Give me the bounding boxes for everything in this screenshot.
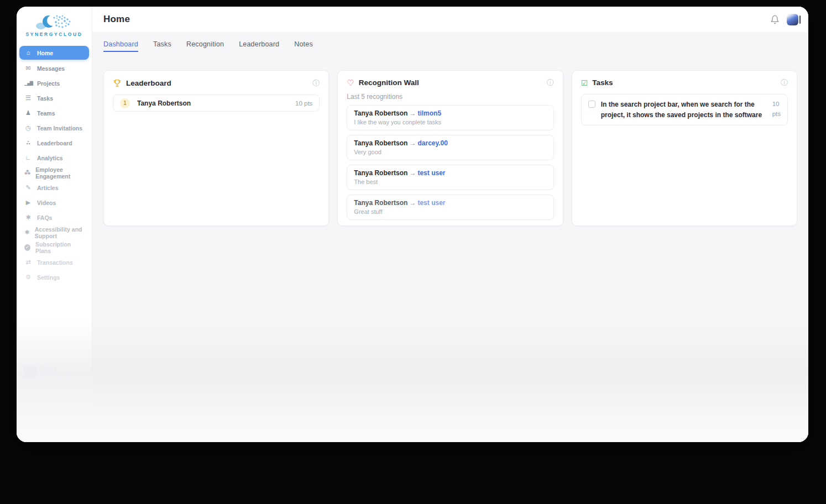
sidebar-item-videos[interactable]: ▶ Videos (17, 195, 92, 210)
tab-dashboard[interactable]: Dashboard (103, 40, 138, 52)
sidebar-item-label: Settings (37, 274, 60, 281)
recognition-message: Very good (354, 149, 546, 155)
task-text: In the search project bar, when we searc… (601, 99, 767, 120)
recognition-message: Great stuff (354, 208, 546, 215)
logo-text: SYNERGYCLOUD (20, 32, 88, 37)
recognition-entry: Tanya Robertson→test user The best (347, 165, 553, 190)
sidebar-item-subscription-plans[interactable]: ✓ Subscription Plans (17, 240, 92, 255)
profile-avatar (23, 365, 36, 378)
sidebar-item-articles[interactable]: ✎ Articles (17, 180, 92, 195)
recognition-entry: Tanya Robertson→darcey.00 Very good (347, 135, 553, 160)
sidebar-item-label: Transactions (37, 259, 73, 266)
dashboard-content: Leaderboard ⓘ 1 Tanya Robertson 10 pts ♡… (92, 60, 808, 442)
cloud-logo-icon (33, 12, 75, 31)
main-area: Home Dashboard Tasks Recognition Leaderb… (92, 7, 808, 442)
leaderboard-card: Leaderboard ⓘ 1 Tanya Robertson 10 pts (103, 70, 329, 226)
sidebar-item-transactions[interactable]: ⇄ Transactions (17, 255, 92, 270)
sidebar-profile[interactable]: Tanya Robertson ⇥ (23, 365, 87, 378)
sidebar-item-settings[interactable]: ⚙ Settings (17, 270, 92, 285)
profile-name: Tanya Robertson (41, 365, 77, 377)
sidebar-item-employee-engagement[interactable]: ⁂ Employee Engagement (17, 165, 92, 180)
home-icon: ⌂ (24, 50, 32, 56)
recognition-to-link[interactable]: tilmon5 (417, 109, 441, 117)
sidebar-item-label: Home (37, 50, 53, 56)
people-icon: ♟ (24, 110, 32, 116)
sidebar-item-teams[interactable]: ♟ Teams (17, 106, 92, 120)
info-icon[interactable]: ⓘ (312, 80, 320, 87)
recognition-from: Tanya Robertson (354, 169, 407, 177)
chat-icon: ✉ (24, 65, 32, 71)
sidebar-item-label: Projects (37, 80, 60, 87)
accessibility-icon: ✱ (24, 229, 30, 235)
recognition-message: I like the way you conplete tasks (354, 119, 546, 125)
engagement-icon: ⁂ (24, 170, 30, 176)
sidebar: SYNERGYCLOUD ⌂ Home ✉ Messages ▁▄▇ Proje… (17, 7, 92, 442)
logo: SYNERGYCLOUD (17, 7, 92, 44)
analytics-icon: ∟ (24, 155, 32, 161)
podium-icon: ∴ (24, 140, 32, 146)
sidebar-item-label: Accessibility and Support (35, 226, 84, 239)
sidebar-item-label: Teams (37, 110, 55, 117)
check-square-icon: ☑ (581, 79, 588, 87)
recognition-wall-card: ♡ Recognition Wall ⓘ Last 5 recognitions… (337, 70, 563, 226)
card-title: Recognition Wall (359, 78, 419, 87)
sidebar-item-label: Messages (37, 65, 65, 72)
info-icon[interactable]: ⓘ (547, 79, 554, 86)
sidebar-item-analytics[interactable]: ∟ Analytics (17, 150, 92, 165)
sidebar-item-label: Employee Engagement (35, 166, 84, 180)
list-icon: ☰ (24, 95, 32, 101)
recognition-from: Tanya Robertson (354, 199, 407, 207)
sidebar-item-messages[interactable]: ✉ Messages (17, 61, 92, 76)
arrow-icon: → (407, 169, 417, 177)
recognition-from: Tanya Robertson (354, 109, 407, 117)
sidebar-nav: ⌂ Home ✉ Messages ▁▄▇ Projects ☰ Tasks ♟… (17, 46, 92, 285)
tab-leaderboard[interactable]: Leaderboard (239, 40, 279, 52)
sidebar-item-label: Videos (37, 200, 56, 206)
task-checkbox[interactable] (588, 101, 595, 108)
sidebar-item-team-invitations[interactable]: ◷ Team Invitations (17, 120, 92, 135)
sidebar-item-label: Leaderboard (37, 140, 72, 146)
top-header: Home (92, 7, 808, 32)
video-icon: ▶ (24, 200, 32, 206)
tab-recognition[interactable]: Recognition (186, 40, 224, 52)
tab-tasks[interactable]: Tasks (153, 40, 171, 52)
recognition-to-link[interactable]: test user (417, 169, 445, 177)
tasks-card: ☑ Tasks ⓘ In the search project bar, whe… (572, 70, 797, 226)
sidebar-item-label: Tasks (37, 95, 53, 102)
user-avatar[interactable] (787, 14, 798, 25)
subscription-icon: ✓ (24, 244, 30, 251)
recognition-to-link[interactable]: test user (417, 199, 445, 207)
invitation-icon: ◷ (24, 125, 32, 131)
leaderboard-row: 1 Tanya Robertson 10 pts (113, 95, 320, 112)
recognition-subtitle: Last 5 recognitions (347, 93, 553, 101)
trophy-icon (113, 78, 122, 87)
app-window: SYNERGYCLOUD ⌂ Home ✉ Messages ▁▄▇ Proje… (17, 7, 808, 442)
transactions-icon: ⇄ (24, 259, 32, 265)
sidebar-item-home[interactable]: ⌂ Home (19, 46, 89, 60)
sidebar-item-projects[interactable]: ▁▄▇ Projects (17, 76, 92, 91)
sidebar-item-leaderboard[interactable]: ∴ Leaderboard (17, 135, 92, 150)
sidebar-item-tasks[interactable]: ☰ Tasks (17, 91, 92, 106)
pen-icon: ✎ (24, 185, 32, 191)
sidebar-item-accessibility-support[interactable]: ✱ Accessibility and Support (17, 225, 92, 240)
sidebar-item-label: Team Invitations (37, 125, 82, 132)
sign-out-icon[interactable]: ⇥ (82, 368, 87, 375)
recognition-to-link[interactable]: darcey.00 (417, 139, 448, 147)
recognition-entry: Tanya Robertson→test user Great stuff (347, 195, 553, 220)
info-icon[interactable]: ⓘ (781, 79, 788, 86)
card-title: Tasks (592, 78, 613, 87)
notification-bell-icon[interactable] (770, 15, 780, 24)
task-points: 10 pts (772, 99, 781, 119)
sidebar-item-label: Analytics (37, 155, 63, 161)
sidebar-item-faqs[interactable]: ✱ FAQs (17, 210, 92, 225)
tab-notes[interactable]: Notes (294, 40, 313, 52)
sidebar-item-label: FAQs (37, 214, 52, 221)
arrow-icon: → (407, 109, 417, 117)
sidebar-item-label: Subscription Plans (35, 241, 84, 254)
tab-bar: Dashboard Tasks Recognition Leaderboard … (92, 32, 808, 60)
arrow-icon: → (407, 139, 417, 147)
leaderboard-user-name: Tanya Robertson (137, 99, 191, 107)
arrow-icon: → (407, 199, 417, 207)
sidebar-item-label: Articles (37, 185, 59, 191)
leaderboard-points: 10 pts (295, 100, 312, 107)
